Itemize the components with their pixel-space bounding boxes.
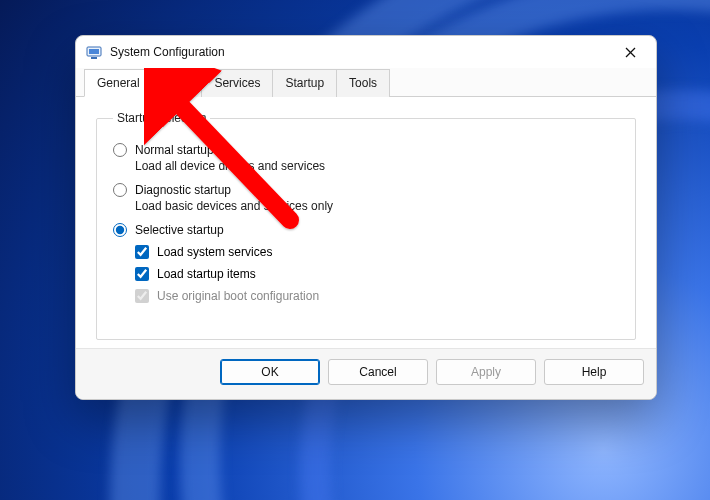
checkbox[interactable] bbox=[135, 267, 149, 281]
button-label: OK bbox=[261, 365, 278, 379]
tab-boot[interactable]: Boot bbox=[152, 69, 203, 97]
tab-panel-general: Startup selection Normal startup Load al… bbox=[76, 97, 656, 348]
tab-label: Tools bbox=[349, 76, 377, 90]
tab-label: Boot bbox=[165, 76, 190, 90]
check-load-startup-items[interactable]: Load startup items bbox=[135, 267, 619, 281]
tab-general[interactable]: General bbox=[84, 69, 153, 97]
option-diagnostic-startup[interactable]: Diagnostic startup bbox=[113, 183, 619, 197]
check-use-original-boot: Use original boot configuration bbox=[135, 289, 619, 303]
check-label: Load startup items bbox=[157, 267, 256, 281]
tab-startup[interactable]: Startup bbox=[272, 69, 337, 97]
button-label: Cancel bbox=[359, 365, 396, 379]
tab-strip: General Boot Services Startup Tools bbox=[76, 68, 656, 97]
button-label: Help bbox=[582, 365, 607, 379]
option-label: Selective startup bbox=[135, 223, 224, 237]
system-configuration-window: System Configuration General Boot Servic… bbox=[75, 35, 657, 400]
close-icon bbox=[625, 47, 636, 58]
tab-label: Services bbox=[214, 76, 260, 90]
apply-button: Apply bbox=[436, 359, 536, 385]
tab-tools[interactable]: Tools bbox=[336, 69, 390, 97]
radio-selective[interactable] bbox=[113, 223, 127, 237]
ok-button[interactable]: OK bbox=[220, 359, 320, 385]
radio-diagnostic[interactable] bbox=[113, 183, 127, 197]
close-button[interactable] bbox=[610, 38, 650, 66]
dialog-buttons: OK Cancel Apply Help bbox=[76, 348, 656, 399]
cancel-button[interactable]: Cancel bbox=[328, 359, 428, 385]
svg-rect-1 bbox=[89, 49, 99, 54]
app-icon bbox=[86, 44, 102, 60]
tab-services[interactable]: Services bbox=[201, 69, 273, 97]
tab-label: General bbox=[97, 76, 140, 90]
check-load-system-services[interactable]: Load system services bbox=[135, 245, 619, 259]
option-normal-startup[interactable]: Normal startup bbox=[113, 143, 619, 157]
svg-rect-2 bbox=[91, 57, 97, 59]
option-label: Diagnostic startup bbox=[135, 183, 231, 197]
option-selective-startup[interactable]: Selective startup bbox=[113, 223, 619, 237]
checkbox bbox=[135, 289, 149, 303]
help-button[interactable]: Help bbox=[544, 359, 644, 385]
button-label: Apply bbox=[471, 365, 501, 379]
radio-normal[interactable] bbox=[113, 143, 127, 157]
option-normal-desc: Load all device drivers and services bbox=[135, 159, 619, 173]
desktop-background: System Configuration General Boot Servic… bbox=[0, 0, 710, 500]
startup-selection-group: Startup selection Normal startup Load al… bbox=[96, 111, 636, 340]
check-label: Load system services bbox=[157, 245, 272, 259]
option-label: Normal startup bbox=[135, 143, 214, 157]
checkbox[interactable] bbox=[135, 245, 149, 259]
option-diagnostic-desc: Load basic devices and services only bbox=[135, 199, 619, 213]
check-label: Use original boot configuration bbox=[157, 289, 319, 303]
group-legend: Startup selection bbox=[113, 111, 210, 125]
selective-checks: Load system services Load startup items … bbox=[135, 245, 619, 303]
window-title: System Configuration bbox=[110, 45, 610, 59]
tab-label: Startup bbox=[285, 76, 324, 90]
titlebar: System Configuration bbox=[76, 36, 656, 68]
